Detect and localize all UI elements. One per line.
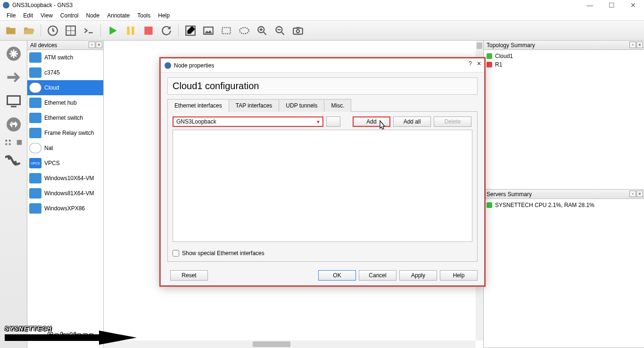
menu-edit[interactable]: Edit [19, 11, 37, 20]
svg-rect-3 [132, 26, 134, 34]
device-item[interactable]: VPCSVPCS [27, 156, 103, 171]
add-all-button[interactable]: Add all [393, 116, 431, 127]
status-green-icon [487, 53, 492, 59]
note-icon[interactable] [182, 23, 198, 39]
help-button[interactable]: Help [440, 270, 478, 281]
topology-item[interactable]: Cloud1 [487, 52, 641, 60]
pause-icon[interactable] [123, 23, 139, 39]
device-item[interactable]: c3745 [27, 65, 103, 80]
category-end-devices-icon[interactable] [3, 91, 24, 111]
dialog-title: Node properties [174, 62, 214, 69]
server-item[interactable]: SYSNETTECH CPU 2.1%, RAM 28.1% [487, 201, 641, 209]
menu-view[interactable]: View [37, 11, 57, 20]
apply-button[interactable]: Apply [399, 270, 437, 281]
topology-item-label: R1 [495, 61, 502, 68]
device-cloud-icon [29, 83, 41, 93]
device-item[interactable]: Windows81X64-VM [27, 186, 103, 201]
device-item[interactable]: Nat [27, 141, 103, 156]
menu-node[interactable]: Node [83, 11, 104, 20]
interface-list[interactable] [173, 130, 472, 242]
menu-control[interactable]: Control [57, 11, 83, 20]
ok-button[interactable]: OK [318, 270, 356, 281]
menu-help[interactable]: Help [154, 11, 173, 20]
ellipse-icon[interactable] [236, 23, 252, 39]
panel-close-icon[interactable]: × [636, 191, 643, 197]
panel-undock-icon[interactable]: ▫ [89, 41, 95, 48]
add-link-icon[interactable] [3, 150, 24, 171]
svg-rect-22 [17, 140, 22, 145]
reload-icon[interactable] [158, 23, 174, 39]
servers-panel-title: Servers Summary [487, 191, 532, 198]
device-item-label: Windows10X64-VM [44, 175, 94, 182]
maximize-button[interactable]: ☐ [601, 0, 622, 10]
category-docker-icon[interactable] [15, 138, 24, 147]
device-item[interactable]: Frame Relay switch [27, 125, 103, 141]
rectangle-icon[interactable] [218, 23, 234, 39]
screenshot-icon[interactable] [290, 23, 306, 39]
svg-rect-13 [297, 27, 300, 28]
tab-tap-interfaces[interactable]: TAP interfaces [229, 99, 280, 112]
image-icon[interactable] [200, 23, 216, 39]
play-icon[interactable] [105, 23, 121, 39]
category-security-icon[interactable] [3, 114, 24, 135]
show-special-checkbox[interactable] [173, 250, 179, 257]
status-red-icon [487, 62, 492, 67]
zoom-in-icon[interactable] [254, 23, 270, 39]
stop-icon[interactable] [140, 23, 157, 39]
svg-rect-7 [222, 27, 230, 33]
device-item-label: c3745 [44, 69, 60, 76]
tab-udp-tunnels[interactable]: UDP tunnels [279, 99, 324, 112]
refresh-interface-button[interactable] [326, 116, 340, 127]
device-item[interactable]: WindowsXPX86 [27, 201, 103, 216]
topology-list[interactable]: Cloud1R1 [484, 50, 644, 71]
add-button[interactable]: Add [353, 116, 390, 127]
device-fr-icon [29, 128, 41, 138]
menu-tools[interactable]: Tools [133, 11, 154, 20]
zoom-out-icon[interactable] [272, 23, 288, 39]
device-item[interactable]: Ethernet switch [27, 110, 103, 125]
clock-icon[interactable] [45, 23, 61, 39]
minimize-button[interactable]: — [579, 0, 601, 10]
manage-icon[interactable] [63, 23, 79, 39]
tab-misc[interactable]: Misc. [324, 99, 351, 112]
category-switches-icon[interactable] [3, 67, 24, 88]
device-item[interactable]: ATM switch [27, 50, 103, 65]
panel-close-icon[interactable]: × [636, 41, 643, 48]
close-button[interactable]: ✕ [622, 0, 644, 10]
cancel-button[interactable]: Cancel [359, 270, 396, 281]
new-project-icon[interactable] [3, 23, 19, 39]
panel-undock-icon[interactable]: ▫ [629, 41, 636, 48]
device-vm-icon [29, 188, 41, 199]
devices-panel: All devices ▫× ATM switchc3745CloudEther… [27, 41, 104, 348]
dialog-close-icon[interactable]: ✕ [477, 60, 481, 67]
dialog-icon [165, 62, 171, 69]
menu-file[interactable]: File [3, 11, 19, 20]
category-all-icon[interactable] [3, 138, 13, 147]
panel-undock-icon[interactable]: ▫ [629, 191, 636, 197]
dialog-tabs: Ethernet interfaces TAP interfaces UDP t… [167, 99, 478, 112]
reset-button[interactable]: Reset [170, 270, 208, 281]
tab-ethernet-interfaces[interactable]: Ethernet interfaces [167, 99, 229, 112]
device-item[interactable]: Ethernet hub [27, 95, 103, 110]
category-routers-icon[interactable] [3, 43, 24, 64]
delete-button[interactable]: Delete [434, 116, 471, 127]
topology-item[interactable]: R1 [487, 60, 641, 69]
interface-dropdown[interactable]: GNS3Loopback ▼ [173, 116, 323, 127]
menu-annotate[interactable]: Annotate [103, 11, 133, 20]
panel-close-icon[interactable]: × [96, 41, 102, 48]
dialog-heading: Cloud1 configuration [167, 77, 478, 95]
device-list[interactable]: ATM switchc3745CloudEthernet hubEthernet… [27, 50, 103, 348]
horizontal-scrollbar[interactable] [104, 340, 476, 348]
menu-bar: File Edit View Control Node Annotate Too… [0, 10, 644, 21]
open-project-icon[interactable] [21, 23, 37, 39]
device-item[interactable]: Cloud [27, 80, 103, 95]
device-item[interactable]: Windows10X64-VM [27, 171, 103, 186]
server-item-label: SYSNETTECH CPU 2.1%, RAM 28.1% [495, 202, 594, 208]
console-icon[interactable] [81, 23, 97, 39]
svg-point-21 [8, 143, 11, 146]
dialog-help-icon[interactable]: ? [469, 60, 472, 67]
device-item-label: WindowsXPX86 [44, 205, 85, 212]
app-icon [3, 2, 9, 8]
servers-list[interactable]: SYSNETTECH CPU 2.1%, RAM 28.1% [484, 199, 644, 211]
chevron-down-icon: ▼ [316, 119, 321, 124]
